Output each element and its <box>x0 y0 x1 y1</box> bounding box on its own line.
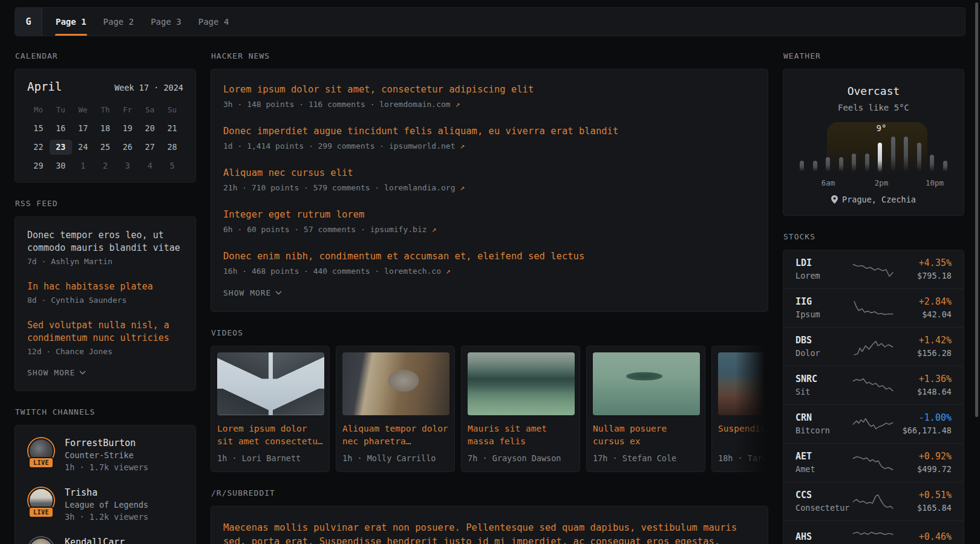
hackernews-item-title[interactable]: Aliquam nec cursus elit <box>223 166 756 180</box>
channel-viewers: 1h · 1.7k viewers <box>65 461 148 473</box>
calendar-grid: Mo Tu We Th Fr Sa Su 15 16 17 18 19 20 2… <box>27 102 183 173</box>
weather-bar <box>917 143 921 172</box>
stock-row[interactable]: AHS +0.46% <box>783 520 964 544</box>
stock-price: $156.28 <box>898 347 952 359</box>
subreddit-post-title[interactable]: Maecenas mollis pulvinar erat non posuer… <box>223 521 756 544</box>
video-meta: 1h · Lori Barnett <box>217 453 323 463</box>
rss-item-title[interactable]: In hac habitasse platea <box>27 280 183 293</box>
calendar-header: April Week 17 · 2024 <box>27 80 183 93</box>
external-link-icon[interactable]: ↗ <box>460 183 465 192</box>
stock-row[interactable]: AET Amet +0.92% $499.72 <box>783 443 964 482</box>
stock-row[interactable]: SNRC Sit +1.36% $148.64 <box>783 366 964 404</box>
calendar-widget: April Week 17 · 2024 Mo Tu We Th Fr Sa S… <box>15 69 196 183</box>
rss-widget: Donec tempor eros leo, ut commodo mauris… <box>15 216 196 391</box>
show-more-label: SHOW MORE <box>27 368 75 377</box>
twitch-channel[interactable]: KendallCarr <box>27 529 183 544</box>
hackernews-item-title[interactable]: Lorem ipsum dolor sit amet, consectetur … <box>223 83 756 96</box>
stock-id: AHS <box>795 531 849 543</box>
weekday-label: Mo <box>27 102 50 117</box>
calendar-day-next-month: 2 <box>94 158 117 173</box>
calendar-day: 29 <box>27 158 50 173</box>
video-title: Aliquam tempor dolor nec pharetra… <box>342 423 448 448</box>
hackernews-item-title[interactable]: Donec enim nibh, condimentum et accumsan… <box>223 250 756 263</box>
external-link-icon[interactable]: ↗ <box>431 225 436 234</box>
weather-bar <box>852 154 856 172</box>
hackernews-item-title[interactable]: Integer eget rutrum lorem <box>223 208 756 221</box>
rss-section-label: RSS FEED <box>15 199 196 208</box>
videos-section-label: VIDEOS <box>211 328 768 337</box>
calendar-month: April <box>27 80 62 93</box>
rss-show-more-button[interactable]: SHOW MORE <box>27 363 183 386</box>
avatar <box>27 536 55 544</box>
tab-page-1[interactable]: Page 1 <box>47 8 95 36</box>
stock-row[interactable]: CRN Bitcorn -1.00% $66,171.48 <box>783 404 964 443</box>
weekday-label: We <box>72 102 94 117</box>
avatar: LIVE <box>27 487 55 514</box>
stock-change-percent: +0.92% <box>898 450 952 463</box>
app-logo[interactable]: G <box>15 8 42 36</box>
hackernews-item-meta: 6h · 60 points · 57 comments · ipsumify.… <box>223 225 756 234</box>
stock-sparkline <box>849 261 898 279</box>
external-link-icon[interactable]: ↗ <box>460 141 465 151</box>
video-title: Suspendisse diam <box>718 423 768 448</box>
stock-sparkline <box>849 377 898 395</box>
stock-ticker: CCS <box>795 489 849 502</box>
stock-ticker: LDI <box>795 257 849 270</box>
stock-ticker: AHS <box>795 531 849 543</box>
twitch-channel[interactable]: LIVE ForrestBurton Counter-Strike 1h · 1… <box>27 430 183 480</box>
external-link-icon[interactable]: ↗ <box>456 100 460 109</box>
rss-item-title[interactable]: Donec tempor eros leo, ut commodo mauris… <box>27 229 183 254</box>
weather-widget: Overcast Feels like 5°C 9° 6am 2pm 10pm … <box>783 69 964 216</box>
stock-sparkline <box>849 454 898 472</box>
channel-game: League of Legends <box>65 499 148 511</box>
stock-name: Dolor <box>795 347 849 359</box>
time-tick: 2pm <box>875 178 889 187</box>
rss-item-meta: 12d · Chance Jones <box>27 347 183 356</box>
channel-avatar-image <box>28 537 54 544</box>
external-link-icon[interactable]: ↗ <box>446 267 451 276</box>
channel-info: KendallCarr <box>65 536 125 544</box>
vertical-scrollbar[interactable] <box>975 2 978 417</box>
stock-sparkline <box>849 299 898 317</box>
video-card[interactable]: Nullam posuere cursus ex 17h · Stefan Co… <box>586 346 705 472</box>
calendar-day: 19 <box>116 121 139 136</box>
calendar-day: 30 <box>50 158 72 173</box>
stock-price: $165.84 <box>898 502 952 514</box>
stock-change-percent: +4.35% <box>898 257 952 270</box>
channel-info: Trisha League of Legends 3h · 1.2k viewe… <box>65 487 148 523</box>
tab-page-2[interactable]: Page 2 <box>95 8 143 36</box>
stock-row[interactable]: LDI Lorem +4.35% $795.18 <box>783 250 964 288</box>
stock-name: Consectetur <box>795 502 849 514</box>
calendar-day: 27 <box>139 140 161 155</box>
video-meta: 7h · Grayson Dawson <box>468 453 573 463</box>
stock-row[interactable]: IIG Ipsum +2.84% $42.04 <box>783 288 964 327</box>
video-card[interactable]: Mauris sit amet massa felis 7h · Grayson… <box>461 346 580 472</box>
stock-row[interactable]: DBS Dolor +1.42% $156.28 <box>783 327 964 366</box>
weather-bar <box>839 157 843 172</box>
video-card[interactable]: Aliquam tempor dolor nec pharetra… 1h · … <box>336 346 455 472</box>
rss-item-title[interactable]: Sed volutpat nulla nisl, a condimentum n… <box>27 319 183 345</box>
twitch-channel[interactable]: LIVE Trisha League of Legends 3h · 1.2k … <box>27 480 183 529</box>
video-card[interactable]: Lorem ipsum dolor sit amet consectetu… 1… <box>211 346 330 472</box>
stock-sparkline <box>849 415 898 433</box>
calendar-day: 25 <box>94 140 117 155</box>
stock-id: CCS Consectetur <box>795 489 849 514</box>
chevron-down-icon <box>79 371 86 375</box>
video-card[interactable]: Suspendisse diam 18h · Tara <box>711 346 768 472</box>
hackernews-show-more-button[interactable]: SHOW MORE <box>223 283 756 306</box>
tab-page-3[interactable]: Page 3 <box>142 8 190 36</box>
channel-name: ForrestBurton <box>65 437 148 449</box>
tab-page-4[interactable]: Page 4 <box>190 8 238 36</box>
location-pin-icon <box>831 195 838 204</box>
stock-change-percent: +1.36% <box>898 373 952 386</box>
stocks-section-label: STOCKS <box>783 232 964 241</box>
calendar-day: 28 <box>161 140 183 155</box>
page-tabs: Page 1 Page 2 Page 3 Page 4 <box>42 8 237 36</box>
chevron-down-icon <box>275 291 282 295</box>
stock-name: Sit <box>795 386 849 398</box>
hackernews-item-title[interactable]: Donec imperdiet augue tincidunt felis al… <box>223 125 756 138</box>
weather-location: Prague, Czechia <box>795 195 952 204</box>
hackernews-item: Lorem ipsum dolor sit amet, consectetur … <box>223 74 756 116</box>
stock-row[interactable]: CCS Consectetur +0.51% $165.84 <box>783 482 964 520</box>
stock-name: Lorem <box>795 270 849 282</box>
